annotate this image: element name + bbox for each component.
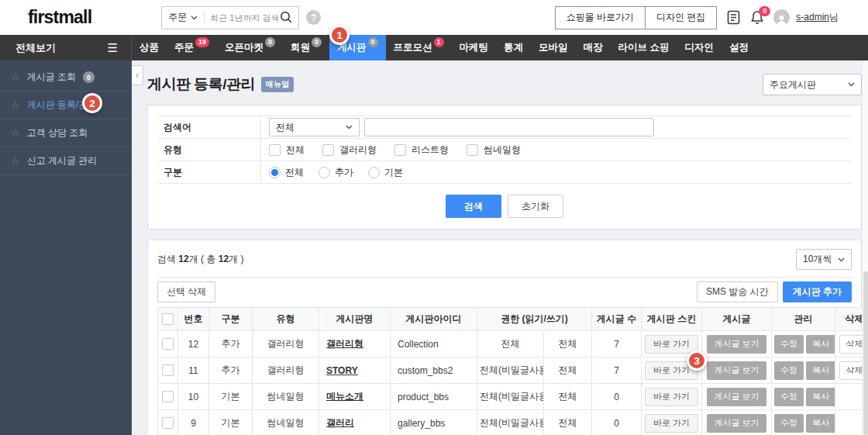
sidebar-collapse-button[interactable]: ‹	[132, 65, 143, 85]
filter-row-type: 유형 전체 갤러리형 리스트형 썸네일형	[157, 139, 852, 161]
gnb-item-statistics[interactable]: 통계	[496, 35, 531, 60]
division-option-added[interactable]: 추가	[319, 166, 353, 179]
gnb-item-orders[interactable]: 주문19	[167, 35, 217, 60]
goto-shop-button[interactable]: 쇼핑몰 바로가기	[555, 6, 646, 29]
avatar[interactable]	[773, 9, 790, 26]
page-head: 게시판 등록/관리 매뉴얼 주요게시판	[147, 60, 862, 105]
board-name-link[interactable]: 갤러리	[326, 417, 354, 428]
search-icon[interactable]	[280, 11, 298, 24]
keyword-input[interactable]	[364, 118, 654, 136]
select-all-checkbox[interactable]	[162, 313, 174, 325]
gnb-item-settings[interactable]: 설정	[722, 35, 756, 60]
board-name-link[interactable]: 메뉴소개	[326, 391, 363, 402]
cell-no: 12	[178, 331, 209, 357]
gnb-item-openmarket[interactable]: 오픈마켓0	[217, 35, 283, 60]
copy-button[interactable]: 복사	[806, 414, 835, 433]
type-option-thumbnail[interactable]: 썸네일형	[467, 143, 521, 157]
view-posts-button[interactable]: 게시글 보기	[707, 414, 766, 433]
cell-board-id: product_bbs	[391, 384, 477, 410]
copy-button[interactable]: 복사	[806, 361, 835, 380]
type-option-all[interactable]: 전체	[269, 143, 305, 157]
results-header: 검색 12개 ( 총 12개 ) 10개씩	[157, 240, 852, 278]
board-name-link[interactable]: STORY	[326, 365, 358, 376]
select-delete-button[interactable]: 선택 삭제	[157, 281, 215, 302]
cell-write-permission: 전체	[544, 331, 592, 357]
sidebar-item-board-manage[interactable]: ☆ 게시판 등록/관리	[0, 91, 132, 119]
sidebar-toggle[interactable]: 전체보기 ☰	[0, 35, 132, 60]
edit-button[interactable]: 수정	[774, 361, 804, 380]
radio[interactable]	[368, 167, 380, 178]
openmarket-badge: 0	[265, 37, 275, 47]
skin-go-button[interactable]: 바로 가기	[645, 388, 698, 406]
copy-button[interactable]: 복사	[806, 388, 835, 406]
row-checkbox[interactable]	[162, 364, 174, 376]
view-posts-button[interactable]: 게시글 보기	[707, 361, 766, 380]
checkbox[interactable]	[394, 144, 406, 156]
reset-button[interactable]: 초기화	[508, 195, 563, 218]
help-icon[interactable]: ?	[306, 10, 321, 25]
sidebar-item-reported-posts[interactable]: ☆ 신고 게시글 관리	[0, 147, 132, 175]
radio[interactable]	[319, 167, 330, 178]
gnb-item-members[interactable]: 회원0	[283, 35, 329, 60]
search-button[interactable]: 검색	[446, 195, 501, 218]
global-search-input[interactable]	[205, 13, 280, 22]
skin-go-button[interactable]: 바로 가기	[645, 335, 698, 354]
division-option-all[interactable]: 전체	[269, 166, 304, 179]
division-option-default[interactable]: 기본	[368, 166, 403, 179]
skin-go-button[interactable]: 바로 가기	[645, 414, 698, 433]
row-checkbox[interactable]	[162, 417, 174, 429]
radio-selected[interactable]	[269, 167, 281, 178]
members-badge: 0	[312, 37, 322, 47]
post-list-badge: 0	[83, 71, 95, 83]
view-posts-button[interactable]: 게시글 보기	[707, 335, 766, 354]
gnb-item-mobile[interactable]: 모바일	[531, 35, 576, 60]
board-group-select[interactable]: 주요게시판	[763, 74, 862, 95]
copy-button[interactable]: 복사	[806, 335, 835, 354]
results-summary: 검색 12개 ( 총 12개 )	[157, 253, 243, 266]
header-posts: 게시글	[702, 308, 772, 331]
gnb-item-products[interactable]: 상품	[132, 35, 167, 60]
gnb-item-marketing[interactable]: 마케팅	[452, 35, 497, 60]
row-checkbox[interactable]	[162, 338, 174, 350]
sms-send-time-button[interactable]: SMS 발송 시간	[697, 281, 778, 302]
manual-badge[interactable]: 매뉴얼	[261, 77, 294, 92]
view-posts-button[interactable]: 게시글 보기	[707, 388, 766, 406]
cell-write-permission: 전체	[544, 384, 592, 410]
row-checkbox[interactable]	[162, 391, 174, 402]
per-page-select[interactable]: 10개씩	[796, 249, 852, 270]
table-row: 11 추가 갤러리형 STORY custom_bbs2 전체(비밀글사용) 전…	[158, 357, 868, 384]
sidebar-item-post-list[interactable]: ☆ 게시글 조회 0	[0, 64, 132, 91]
gnb-item-store[interactable]: 매장	[576, 35, 611, 60]
gnb-item-promotion[interactable]: 프로모션1	[386, 35, 452, 60]
sidebar-item-customer-consult[interactable]: ☆ 고객 상담 조회	[0, 119, 132, 147]
search-scope-select[interactable]: 주문	[162, 11, 204, 24]
table-header-row: 번호 구분 유형 게시판명 게시판아이디 권한 (읽기/쓰기) 게시글 수 게시…	[158, 308, 868, 331]
design-edit-button[interactable]: 디자인 편집	[645, 6, 717, 29]
cell-type: 썸네일형	[253, 410, 319, 435]
header-name: 게시판명	[319, 308, 391, 331]
add-board-button[interactable]: 게시판 추가	[783, 281, 852, 302]
edit-button[interactable]: 수정	[774, 335, 804, 354]
gnb-item-design[interactable]: 디자인	[677, 35, 722, 60]
type-label: 유형	[157, 139, 261, 161]
cell-division: 추가	[209, 357, 253, 384]
board-badge: 0	[368, 37, 378, 47]
edit-button[interactable]: 수정	[774, 414, 804, 433]
keyword-scope-select[interactable]: 전체	[269, 118, 360, 136]
board-name-link[interactable]: 갤러리형	[326, 338, 363, 349]
type-option-list[interactable]: 리스트형	[394, 143, 449, 157]
bell-icon[interactable]: 0	[750, 10, 764, 25]
edit-button[interactable]: 수정	[774, 388, 804, 406]
gnb-item-live-shopping[interactable]: 라이브 쇼핑	[611, 35, 677, 60]
scrollbar-thumb[interactable]	[863, 271, 868, 435]
type-option-gallery[interactable]: 갤러리형	[322, 143, 377, 157]
user-name-link[interactable]: s-admin	[796, 12, 829, 22]
firstmall-logo[interactable]: firstmall	[28, 7, 91, 28]
user-name: s-admin님	[796, 11, 839, 24]
memo-icon[interactable]	[727, 10, 740, 25]
checkbox[interactable]	[269, 144, 281, 156]
global-nav-bar: 전체보기 ☰ 상품 주문19 오픈마켓0 회원0 게시판0 프로모션1 마케팅 …	[0, 35, 868, 60]
checkbox[interactable]	[322, 144, 334, 156]
star-icon: ☆	[11, 155, 20, 167]
checkbox[interactable]	[467, 144, 478, 156]
